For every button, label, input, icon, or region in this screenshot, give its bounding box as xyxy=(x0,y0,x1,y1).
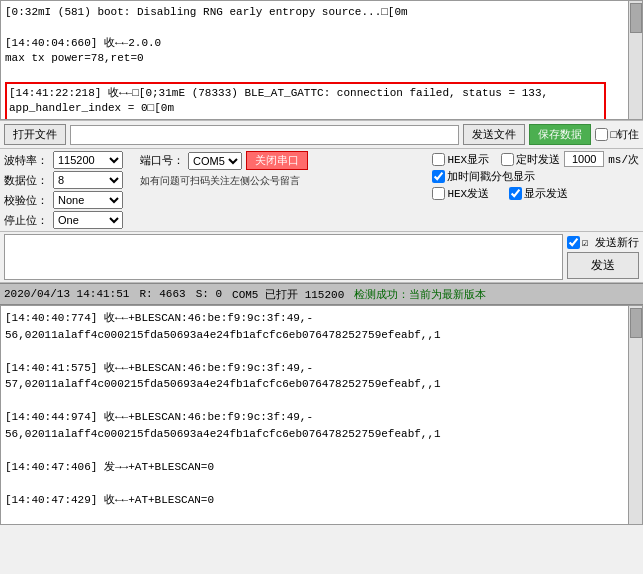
timed-send-value[interactable] xyxy=(564,151,604,167)
databits-select[interactable]: 8 7 xyxy=(53,171,123,189)
error-highlight: [14:41:22:218] 收←←□[0;31mE (78333) BLE_A… xyxy=(5,82,606,120)
stopbits-select[interactable]: One Two xyxy=(53,211,123,229)
terminal-bottom-line-9: [14:40:47:406] 发→→+AT+BLESCAN=0 xyxy=(5,459,626,476)
parity-label: 校验位： xyxy=(4,193,49,208)
status-datetime: 2020/04/13 14:41:51 xyxy=(4,288,129,300)
terminal-top-scrollbar[interactable] xyxy=(628,1,642,119)
status-check: 检测成功：当前为最新版本 xyxy=(354,287,486,302)
terminal-bottom-line-5 xyxy=(5,393,626,410)
terminal-bottom-line-13: OK xyxy=(5,525,626,526)
terminal-top-scrollbar-thumb[interactable] xyxy=(630,3,642,33)
terminal-top-line-2: [14:40:04:660] 收←←2.0.0 xyxy=(5,36,622,51)
parity-select[interactable]: None Odd Even xyxy=(53,191,123,209)
send-file-button[interactable]: 发送文件 xyxy=(463,124,525,145)
settings-middle: 端口号： COM5 COM3 关闭串口 如有问题可扫码关注左侧公众号留言 xyxy=(134,151,424,229)
terminal-bottom-line-6: [14:40:44:974] 收←←+BLESCAN:46:be:f9:9c:3… xyxy=(5,409,626,426)
close-port-button[interactable]: 关闭串口 xyxy=(246,151,308,170)
newline-checkbox[interactable] xyxy=(567,236,580,249)
toolbar: 打开文件 发送文件 保存数据 □钉住 xyxy=(0,120,643,149)
baud-row: 波特率： 115200 9600 38400 xyxy=(4,151,134,169)
terminal-bottom-line-0: [14:40:40:774] 收←←+BLESCAN:46:be:f9:9c:3… xyxy=(5,310,626,327)
terminal-bottom-line-1: 56,02011alaff4c000215fda50693a4e24fb1afc… xyxy=(5,327,626,344)
databits-label: 数据位： xyxy=(4,173,49,188)
databits-row: 数据位： 8 7 xyxy=(4,171,134,189)
terminal-top-line-4 xyxy=(5,67,622,82)
timestamp-row: 加时间戳分包显示 xyxy=(432,169,639,184)
hex-display-row: HEX显示 定时发送 ms/次 xyxy=(432,151,639,167)
settings-panel: 波特率： 115200 9600 38400 数据位： 8 7 校验位： Non… xyxy=(0,149,643,232)
save-data-button[interactable]: 保存数据 xyxy=(529,124,591,145)
settings-left: 波特率： 115200 9600 38400 数据位： 8 7 校验位： Non… xyxy=(4,151,134,229)
send-input[interactable] xyxy=(4,234,563,280)
hex-send-label[interactable]: HEX发送 xyxy=(432,186,489,201)
terminal-bottom-line-8 xyxy=(5,442,626,459)
terminal-bottom-line-11: [14:40:47:429] 收←←+AT+BLESCAN=0 xyxy=(5,492,626,509)
notice-text: 如有问题可扫码关注左侧公众号留言 xyxy=(140,172,424,188)
status-port-info: COM5 已打开 115200 xyxy=(232,287,344,302)
terminal-bottom: [14:40:40:774] 收←←+BLESCAN:46:be:f9:9c:3… xyxy=(0,305,643,525)
terminal-bottom-scrollbar[interactable] xyxy=(628,306,642,524)
show-send-label[interactable]: 显示发送 xyxy=(509,186,568,201)
hex-send-checkbox[interactable] xyxy=(432,187,445,200)
send-button[interactable]: 发送 xyxy=(567,252,639,279)
terminal-bottom-line-3: [14:40:41:575] 收←←+BLESCAN:46:be:f9:9c:3… xyxy=(5,360,626,377)
terminal-top-error-line2: app_handler_index = 0□[0m xyxy=(9,102,174,114)
terminal-top: [0:32mI (581) boot: Disabling RNG early … xyxy=(0,0,643,120)
timestamp-checkbox[interactable] xyxy=(432,170,445,183)
stopbits-row: 停止位： One Two xyxy=(4,211,134,229)
port-label: 端口号： xyxy=(140,153,184,168)
timed-send-checkbox[interactable] xyxy=(501,153,514,166)
newline-label[interactable]: ☑ 发送新行 xyxy=(567,235,639,250)
status-bar: 2020/04/13 14:41:51 R: 4663 S: 0 COM5 已打… xyxy=(0,283,643,305)
pin-checkbox[interactable] xyxy=(595,128,608,141)
pin-label[interactable]: □钉住 xyxy=(595,127,639,142)
settings-right: HEX显示 定时发送 ms/次 加时间戳分包显示 HEX发送 显示发送 xyxy=(424,151,639,229)
show-send-checkbox[interactable] xyxy=(509,187,522,200)
stopbits-label: 停止位： xyxy=(4,213,49,228)
parity-row: 校验位： None Odd Even xyxy=(4,191,134,209)
port-select[interactable]: COM5 COM3 xyxy=(188,152,242,170)
terminal-top-line-1 xyxy=(5,20,622,35)
file-path-input[interactable] xyxy=(70,125,459,145)
baud-label: 波特率： xyxy=(4,153,49,168)
terminal-bottom-line-2 xyxy=(5,343,626,360)
terminal-top-line-0: [0:32mI (581) boot: Disabling RNG early … xyxy=(5,5,622,20)
open-file-button[interactable]: 打开文件 xyxy=(4,124,66,145)
input-area: ☑ 发送新行 发送 xyxy=(0,232,643,283)
terminal-bottom-line-7: 56,02011alaff4c000215fda50693a4e24fb1afc… xyxy=(5,426,626,443)
status-receive: R: 4663 xyxy=(139,288,185,300)
port-row: 端口号： COM5 COM3 关闭串口 xyxy=(140,151,424,170)
terminal-bottom-scrollbar-thumb[interactable] xyxy=(630,308,642,338)
status-send: S: 0 xyxy=(196,288,222,300)
terminal-top-line-3: max tx power=78,ret=0 xyxy=(5,51,622,66)
terminal-bottom-line-12 xyxy=(5,508,626,525)
timed-send-label[interactable]: 定时发送 xyxy=(501,152,560,167)
hex-send-row: HEX发送 显示发送 xyxy=(432,186,639,201)
ms-label: ms/次 xyxy=(608,152,639,167)
terminal-bottom-line-10 xyxy=(5,475,626,492)
terminal-top-error-line1: [14:41:22:218] 收←←□[0;31mE (78333) BLE_A… xyxy=(9,87,548,99)
hex-display-label[interactable]: HEX显示 xyxy=(432,152,489,167)
baud-select[interactable]: 115200 9600 38400 xyxy=(53,151,123,169)
timestamp-label[interactable]: 加时间戳分包显示 xyxy=(432,169,535,184)
send-column: ☑ 发送新行 发送 xyxy=(567,234,639,280)
terminal-bottom-line-4: 57,02011alaff4c000215fda50693a4e24fb1afc… xyxy=(5,376,626,393)
hex-display-checkbox[interactable] xyxy=(432,153,445,166)
